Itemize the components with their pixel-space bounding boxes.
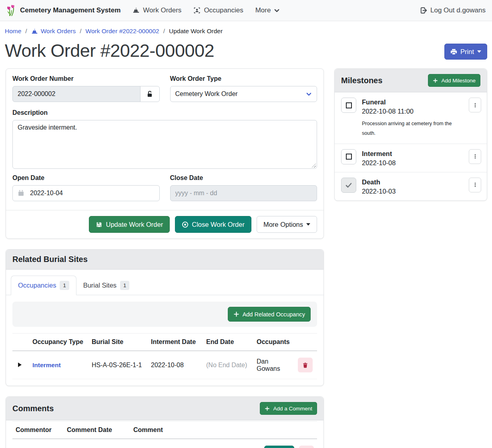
update-work-order-label: Update Work Order <box>106 221 163 228</box>
add-milestone-button[interactable]: Add Milestone <box>428 74 480 87</box>
plus-icon <box>233 311 239 317</box>
trash-icon <box>302 362 308 368</box>
tab-burial-sites-badge: 1 <box>120 281 129 290</box>
col-end-date: End Date <box>203 334 253 351</box>
tulip-logo-icon <box>6 4 17 16</box>
tab-burial-sites[interactable]: Burial Sites 1 <box>76 276 137 295</box>
breadcrumb-work-orders[interactable]: Work Orders <box>31 28 76 35</box>
milestone-menu-button[interactable] <box>469 98 481 112</box>
stop-circle-icon <box>182 221 189 228</box>
calendar-icon <box>18 190 24 196</box>
add-related-occupancy-button[interactable]: Add Related Occupancy <box>228 307 311 322</box>
close-work-order-label: Close Work Order <box>192 221 245 228</box>
logout-button[interactable]: Log Out d.gowans <box>420 6 486 14</box>
milestone-death: Death 2022-10-03 <box>335 172 487 200</box>
expand-row-button[interactable] <box>16 361 24 369</box>
col-burial-site: Burial Site <box>88 334 148 351</box>
add-comment-button[interactable]: Add a Comment <box>260 402 317 415</box>
nav-work-orders[interactable]: Work Orders <box>133 6 181 14</box>
breadcrumb-work-order-number-label: Work Order #2022-000002 <box>86 28 159 35</box>
print-label: Print <box>460 48 474 56</box>
work-order-number-label: Work Order Number <box>12 75 160 82</box>
milestone-checkbox-unchecked[interactable] <box>341 149 356 164</box>
milestone-title: Death <box>362 178 463 186</box>
plus-icon <box>433 78 438 83</box>
milestone-date: 2022-10-03 <box>362 188 463 195</box>
form-actions: Update Work Order Close Work Order More … <box>6 210 323 238</box>
breadcrumb-work-orders-label: Work Orders <box>41 28 76 35</box>
occupants-value: Dan Gowans <box>253 351 295 379</box>
breadcrumb-separator: / <box>80 28 81 35</box>
comments-card: Comments Add a Comment Commentor Comment… <box>6 396 324 448</box>
play-triangle-icon <box>16 362 23 368</box>
title-row: Work Order #2022-000002 Print <box>0 39 492 68</box>
printer-icon <box>450 48 457 55</box>
comments-title: Comments <box>12 404 54 413</box>
commentor-value: d.gowans <box>12 439 64 448</box>
chevron-down-icon <box>306 91 312 97</box>
breadcrumb-current: Update Work Order <box>169 28 223 35</box>
comments-table: Commentor Comment Date Comment d.gowans … <box>12 421 317 448</box>
col-comment: Comment <box>130 422 261 439</box>
checkbox-square-icon <box>346 154 352 160</box>
work-order-form-card: Work Order Number <box>6 68 324 239</box>
brand-label: Cemetery Management System <box>20 6 120 14</box>
unlock-icon <box>146 90 153 98</box>
comment-date-value: 2022-10-07 10:08 <box>64 439 130 448</box>
kebab-icon <box>472 182 478 188</box>
occupancies-toolbar: Add Related Occupancy <box>12 302 317 327</box>
tab-occupancies[interactable]: Occupancies 1 <box>11 276 76 295</box>
hard-hat-icon <box>133 7 140 14</box>
description-textarea[interactable]: Graveside interment. <box>12 120 317 169</box>
plus-icon <box>265 406 270 411</box>
milestone-menu-button[interactable] <box>469 149 481 164</box>
unlock-button[interactable] <box>140 86 160 102</box>
col-occupants: Occupants <box>253 334 295 351</box>
checkbox-square-icon <box>346 102 352 108</box>
milestones-card: Milestones Add Milestone Funeral 202 <box>334 68 487 201</box>
open-date-label: Open Date <box>12 174 160 182</box>
checkmark-icon <box>345 181 353 189</box>
delete-comment-button[interactable] <box>299 446 314 448</box>
logout-icon <box>420 7 427 14</box>
nav-more-label: More <box>255 6 271 14</box>
more-options-button[interactable]: More Options <box>257 216 317 233</box>
app-brand[interactable]: Cemetery Management System <box>6 4 120 16</box>
breadcrumb-home-label: Home <box>5 28 21 35</box>
chevron-down-icon <box>274 8 280 14</box>
nav-occupancies[interactable]: Occupancies <box>193 6 243 14</box>
delete-occupancy-button[interactable] <box>298 358 313 372</box>
close-work-order-button[interactable]: Close Work Order <box>175 216 251 233</box>
update-work-order-button[interactable]: Update Work Order <box>89 216 170 233</box>
occupancies-table: Occupancy Type Burial Site Interment Dat… <box>12 333 317 379</box>
add-milestone-label: Add Milestone <box>441 78 476 84</box>
nav-more[interactable]: More <box>255 6 280 14</box>
tab-occupancies-badge: 1 <box>60 281 69 290</box>
tab-occupancies-label: Occupancies <box>18 282 56 289</box>
occupancy-type-link[interactable]: Interment <box>32 362 61 368</box>
kebab-icon <box>472 153 478 160</box>
close-date-input[interactable] <box>170 185 317 201</box>
work-order-type-select[interactable]: Cemetery Work Order <box>170 86 317 102</box>
add-related-occupancy-label: Add Related Occupancy <box>243 311 305 318</box>
work-order-number-input[interactable] <box>12 86 141 102</box>
milestone-title: Funeral <box>362 98 463 106</box>
add-comment-label: Add a Comment <box>273 406 312 412</box>
milestone-checkbox-unchecked[interactable] <box>341 98 356 113</box>
related-burial-sites-title: Related Burial Sites <box>12 255 88 264</box>
breadcrumb-home[interactable]: Home <box>5 28 21 35</box>
milestone-note: Procession arriving at cemetery from the… <box>362 119 454 138</box>
milestone-interment: Interment 2022-10-08 <box>335 144 487 172</box>
breadcrumb-work-order-number[interactable]: Work Order #2022-000002 <box>86 28 159 35</box>
col-commentor: Commentor <box>12 422 64 439</box>
milestone-funeral: Funeral 2022-10-08 11:00 Procession arri… <box>335 92 487 144</box>
milestone-menu-button[interactable] <box>469 178 481 192</box>
work-order-type-value: Cemetery Work Order <box>175 90 238 98</box>
nav-work-orders-label: Work Orders <box>143 6 181 14</box>
person-frame-icon <box>193 7 201 14</box>
work-order-type-label: Work Order Type <box>170 75 317 82</box>
edit-comment-button[interactable]: Edit <box>264 446 294 448</box>
open-date-input[interactable] <box>12 185 160 201</box>
print-button[interactable]: Print <box>444 44 487 60</box>
milestone-checkbox-checked[interactable] <box>341 178 356 193</box>
